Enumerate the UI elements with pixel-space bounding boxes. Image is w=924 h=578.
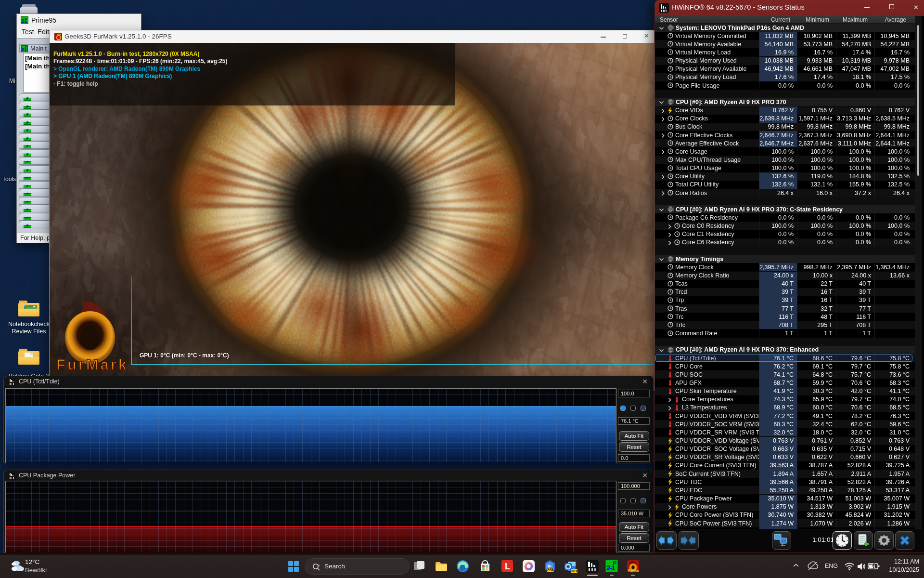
svg-text:FurMark: FurMark [56, 356, 127, 373]
svg-text:FurMark: FurMark [628, 569, 640, 572]
svg-text:L: L [505, 562, 510, 571]
svg-text:PRE: PRE [547, 568, 554, 571]
svg-text:NEW: NEW [571, 569, 578, 573]
